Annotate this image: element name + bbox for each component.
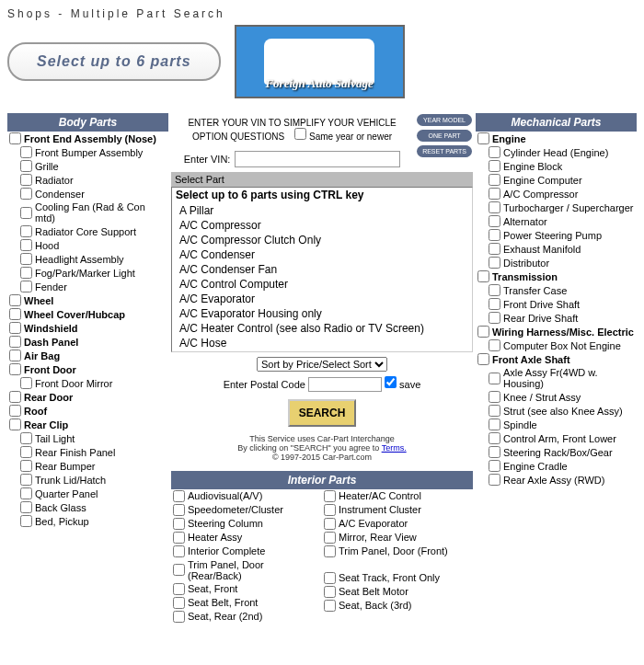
part-checkbox[interactable] bbox=[489, 257, 500, 269]
part-checkbox[interactable] bbox=[173, 490, 185, 502]
part-checkbox[interactable] bbox=[489, 160, 500, 172]
list-item[interactable]: Radiator Core Support bbox=[7, 224, 168, 238]
part-checkbox[interactable] bbox=[477, 270, 489, 282]
list-item[interactable]: Front Bumper Assembly bbox=[7, 145, 168, 159]
list-item[interactable]: Rear Finish Panel bbox=[7, 445, 168, 459]
parts-listbox[interactable]: Select up to 6 parts using CTRL key A Pi… bbox=[171, 187, 473, 352]
list-item[interactable]: Fender bbox=[7, 280, 168, 293]
search-button[interactable]: SEARCH bbox=[288, 399, 357, 427]
list-item[interactable]: A/C Compressor bbox=[476, 187, 637, 201]
list-item[interactable]: Front End Assembly (Nose) bbox=[7, 132, 168, 145]
list-item[interactable]: Hood bbox=[7, 238, 168, 252]
part-checkbox[interactable] bbox=[20, 377, 32, 389]
part-checkbox[interactable] bbox=[9, 350, 21, 361]
part-checkbox[interactable] bbox=[173, 532, 185, 544]
list-item[interactable]: Wiring Harness/Misc. Electric bbox=[476, 325, 637, 338]
list-item[interactable]: Headlight Assembly bbox=[7, 252, 168, 266]
list-item[interactable]: Roof bbox=[7, 404, 168, 418]
list-item[interactable]: Rear Clip bbox=[7, 418, 168, 431]
part-checkbox[interactable] bbox=[173, 545, 185, 557]
part-checkbox[interactable] bbox=[20, 207, 32, 219]
part-checkbox[interactable] bbox=[20, 146, 32, 158]
list-item[interactable]: Spindle bbox=[476, 418, 637, 431]
part-checkbox[interactable] bbox=[324, 586, 336, 598]
list-item[interactable]: Engine Computer bbox=[476, 173, 637, 187]
sort-select[interactable]: Sort by Price/Select Sort bbox=[257, 357, 387, 372]
part-checkbox[interactable] bbox=[489, 312, 500, 324]
part-checkbox[interactable] bbox=[489, 146, 500, 158]
part-checkbox[interactable] bbox=[324, 518, 336, 530]
list-item[interactable]: Cylinder Head (Engine) bbox=[476, 145, 637, 159]
part-checkbox[interactable] bbox=[20, 188, 32, 200]
list-item[interactable]: Alternator bbox=[476, 214, 637, 228]
list-item[interactable]: Radiator bbox=[7, 173, 168, 187]
part-checkbox[interactable] bbox=[489, 446, 500, 458]
part-checkbox[interactable] bbox=[489, 460, 500, 472]
list-item[interactable]: Seat, Back (3rd) bbox=[322, 599, 473, 613]
part-checkbox[interactable] bbox=[20, 515, 32, 527]
part-checkbox[interactable] bbox=[9, 322, 21, 334]
one-part-button[interactable]: ONE PART bbox=[417, 130, 472, 142]
part-checkbox[interactable] bbox=[489, 201, 500, 213]
part-checkbox[interactable] bbox=[489, 284, 500, 296]
part-checkbox[interactable] bbox=[173, 564, 185, 576]
part-checkbox[interactable] bbox=[20, 474, 32, 486]
list-item[interactable]: Dash Panel bbox=[7, 335, 168, 349]
list-item[interactable]: Condenser bbox=[7, 187, 168, 201]
part-checkbox[interactable] bbox=[20, 174, 32, 186]
listbox-option[interactable]: A/C Compressor bbox=[176, 218, 468, 233]
listbox-option[interactable]: A/C Compressor Clutch Only bbox=[176, 233, 468, 247]
list-item[interactable]: Engine bbox=[476, 132, 637, 145]
listbox-option[interactable]: A/C Evaporator bbox=[176, 292, 468, 306]
listbox-option[interactable]: A/C Condenser Fan bbox=[176, 262, 468, 277]
part-checkbox[interactable] bbox=[20, 160, 32, 172]
list-item[interactable]: Distributor bbox=[476, 256, 637, 269]
list-item[interactable]: Seat, Front bbox=[171, 582, 322, 596]
list-item[interactable]: Front Door bbox=[7, 362, 168, 376]
list-item[interactable]: Speedometer/Cluster bbox=[171, 503, 322, 517]
list-item[interactable]: Engine Cradle bbox=[476, 459, 637, 473]
list-item[interactable]: Computer Box Not Engine bbox=[476, 338, 637, 352]
list-item[interactable]: Trim Panel, Door (Rear/Back) bbox=[171, 558, 322, 582]
list-item[interactable]: Exhaust Manifold bbox=[476, 242, 637, 256]
part-checkbox[interactable] bbox=[20, 501, 32, 513]
part-checkbox[interactable] bbox=[489, 373, 500, 384]
list-item[interactable]: Instrument Cluster bbox=[322, 503, 473, 517]
list-item[interactable]: Seat Track, Front Only bbox=[322, 571, 473, 585]
part-checkbox[interactable] bbox=[477, 353, 489, 365]
part-checkbox[interactable] bbox=[9, 391, 21, 403]
part-checkbox[interactable] bbox=[489, 474, 500, 486]
list-item[interactable]: Power Steering Pump bbox=[476, 228, 637, 242]
part-checkbox[interactable] bbox=[20, 239, 32, 251]
list-item[interactable]: Heater/AC Control bbox=[322, 489, 473, 503]
part-checkbox[interactable] bbox=[9, 405, 21, 417]
part-checkbox[interactable] bbox=[489, 215, 500, 227]
part-checkbox[interactable] bbox=[173, 504, 185, 516]
part-checkbox[interactable] bbox=[20, 225, 32, 237]
list-item[interactable]: Front Door Mirror bbox=[7, 376, 168, 390]
list-item[interactable]: Rear Door bbox=[7, 390, 168, 404]
list-item[interactable]: Quarter Panel bbox=[7, 487, 168, 500]
part-checkbox[interactable] bbox=[173, 518, 185, 530]
list-item[interactable]: Grille bbox=[7, 159, 168, 173]
list-item[interactable]: Knee / Strut Assy bbox=[476, 390, 637, 404]
listbox-option[interactable]: A/C Heater Control (see also Radio or TV… bbox=[176, 321, 468, 336]
list-item[interactable]: Seat, Rear (2nd) bbox=[171, 610, 322, 624]
part-checkbox[interactable] bbox=[9, 418, 21, 430]
part-checkbox[interactable] bbox=[324, 572, 336, 584]
list-item[interactable]: Axle Assy Fr(4WD w. Housing) bbox=[476, 366, 637, 390]
part-checkbox[interactable] bbox=[20, 281, 32, 292]
list-item[interactable]: Trim Panel, Door (Front) bbox=[322, 545, 473, 558]
part-checkbox[interactable] bbox=[20, 432, 32, 444]
list-item[interactable]: A/C Evaporator bbox=[322, 517, 473, 531]
list-item[interactable]: Rear Drive Shaft bbox=[476, 311, 637, 325]
list-item[interactable]: Control Arm, Front Lower bbox=[476, 431, 637, 445]
save-checkbox[interactable] bbox=[385, 376, 397, 388]
part-checkbox[interactable] bbox=[489, 298, 500, 310]
part-checkbox[interactable] bbox=[324, 504, 336, 516]
part-checkbox[interactable] bbox=[324, 545, 336, 557]
part-checkbox[interactable] bbox=[489, 188, 500, 200]
list-item[interactable]: Mirror, Rear View bbox=[322, 531, 473, 545]
list-item[interactable]: Windshield bbox=[7, 321, 168, 335]
list-item[interactable]: Back Glass bbox=[7, 500, 168, 514]
